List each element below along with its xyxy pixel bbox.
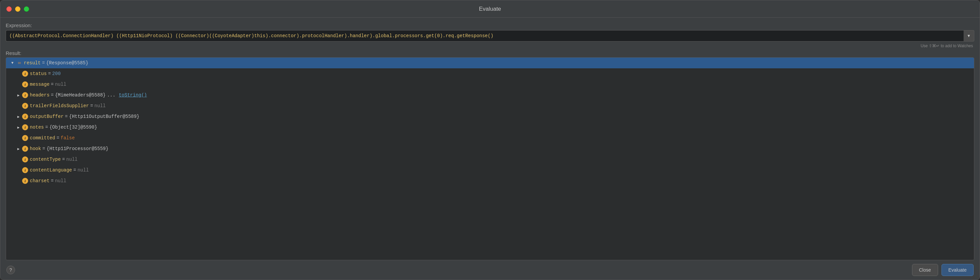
info-icon-committed: i [22, 135, 28, 141]
window-title: Evaluate [479, 6, 501, 13]
equals-charset: = [51, 178, 54, 183]
var-value-charset: null [55, 178, 66, 183]
var-name-hook: hook [30, 146, 41, 151]
var-value-root: {Response@5585} [46, 60, 88, 66]
dropdown-arrow-icon: ▼ [967, 33, 971, 38]
equals-headers: = [51, 92, 54, 98]
tree-row-contentLanguage[interactable]: icontentLanguage = null [6, 165, 974, 175]
var-name-trailerFieldsSupplier: trailerFieldsSupplier [30, 103, 89, 108]
evaluate-dialog: Evaluate Expression: ▼ Use ⇧⌘↵ to add to… [0, 0, 980, 280]
info-icon-outputBuffer: i [22, 113, 28, 119]
expression-label: Expression: [6, 22, 974, 28]
traffic-lights [6, 6, 29, 12]
equals-hook: = [43, 146, 45, 151]
var-name-outputBuffer: outputBuffer [30, 114, 64, 119]
equals-root: = [42, 60, 45, 66]
var-name-contentType: contentType [30, 157, 60, 162]
tree-row-hook[interactable]: ihook = {Http11Processor@5559} [6, 143, 974, 154]
var-name-message: message [30, 82, 49, 87]
info-icon-headers: i [22, 92, 28, 98]
var-value-headers: {MimeHeaders@5588} [55, 92, 105, 98]
expand-arrow-headers[interactable] [15, 92, 21, 98]
var-value-notes: {Object[32]@5590} [49, 125, 97, 130]
expression-dropdown[interactable]: ▼ [964, 30, 974, 41]
tree-row-message[interactable]: imessage = null [6, 79, 974, 90]
var-value-outputBuffer: {Http11OutputBuffer@5589} [69, 114, 139, 119]
info-icon-contentLanguage: i [22, 167, 28, 173]
expand-arrow-hook[interactable] [15, 146, 21, 152]
tree-row-headers[interactable]: iheaders = {MimeHeaders@5588} ... toStri… [6, 90, 974, 100]
tree-row-committed[interactable]: icommitted = false [6, 133, 974, 143]
var-value-message: null [55, 82, 66, 87]
evaluate-button[interactable]: Evaluate [942, 264, 974, 276]
tree-row-outputBuffer[interactable]: ioutputBuffer = {Http11OutputBuffer@5589… [6, 111, 974, 122]
info-icon-contentType: i [22, 156, 28, 162]
minimize-traffic-light[interactable] [15, 6, 21, 12]
info-icon-charset: i [22, 178, 28, 184]
var-name-root: result [24, 60, 41, 66]
expression-row: ▼ [6, 30, 974, 41]
tree-row-charset[interactable]: icharset = null [6, 175, 974, 186]
action-buttons: Close Evaluate [912, 264, 974, 276]
maximize-traffic-light[interactable] [24, 6, 29, 12]
var-name-charset: charset [30, 178, 49, 183]
var-value-hook: {Http11Processor@5559} [46, 146, 108, 151]
close-traffic-light[interactable] [6, 6, 12, 12]
close-button[interactable]: Close [912, 264, 938, 276]
var-value-committed: false [60, 135, 75, 141]
var-name-contentLanguage: contentLanguage [30, 167, 72, 173]
result-label: Result: [6, 50, 974, 56]
info-icon-message: i [22, 81, 28, 88]
dialog-content: Expression: ▼ Use ⇧⌘↵ to add to Watches … [0, 18, 980, 260]
watches-hint: Use ⇧⌘↵ to add to Watches [6, 43, 974, 48]
tree-row-trailerFieldsSupplier[interactable]: itrailerFieldsSupplier = null [6, 100, 974, 111]
ellipsis-headers: ... [107, 92, 115, 98]
infinity-icon-root: ∞ [16, 60, 23, 66]
expand-arrow-outputBuffer[interactable] [15, 113, 21, 119]
expand-arrow-root[interactable] [10, 60, 15, 66]
expand-arrow-notes[interactable] [15, 124, 21, 130]
tree-row-notes[interactable]: inotes = {Object[32]@5590} [6, 122, 974, 133]
tostring-link-headers[interactable]: toString() [119, 92, 147, 98]
info-icon-notes: i [22, 124, 28, 130]
equals-committed: = [57, 135, 59, 141]
var-value-status: 200 [52, 71, 60, 76]
equals-contentType: = [62, 157, 65, 162]
equals-outputBuffer: = [65, 114, 68, 119]
info-icon-status: i [22, 71, 28, 77]
bottom-bar: ? Close Evaluate [0, 260, 980, 280]
help-button[interactable]: ? [6, 266, 15, 274]
result-tree[interactable]: ∞result = {Response@5585}istatus = 200im… [6, 57, 974, 260]
tree-row-root[interactable]: ∞result = {Response@5585} [6, 57, 974, 68]
tree-row-status[interactable]: istatus = 200 [6, 68, 974, 79]
equals-contentLanguage: = [73, 167, 76, 173]
expression-input[interactable] [6, 30, 964, 41]
var-value-trailerFieldsSupplier: null [94, 103, 106, 108]
var-value-contentLanguage: null [77, 167, 89, 173]
info-icon-trailerFieldsSupplier: i [22, 103, 28, 109]
equals-trailerFieldsSupplier: = [90, 103, 93, 108]
info-icon-hook: i [22, 146, 28, 152]
var-value-contentType: null [66, 157, 78, 162]
var-name-headers: headers [30, 92, 49, 98]
var-name-notes: notes [30, 125, 44, 130]
var-name-status: status [30, 71, 46, 76]
var-name-committed: committed [30, 135, 55, 141]
equals-status: = [48, 71, 51, 76]
equals-message: = [51, 82, 54, 87]
titlebar: Evaluate [0, 0, 980, 18]
tree-row-contentType[interactable]: icontentType = null [6, 154, 974, 165]
equals-notes: = [45, 125, 48, 130]
